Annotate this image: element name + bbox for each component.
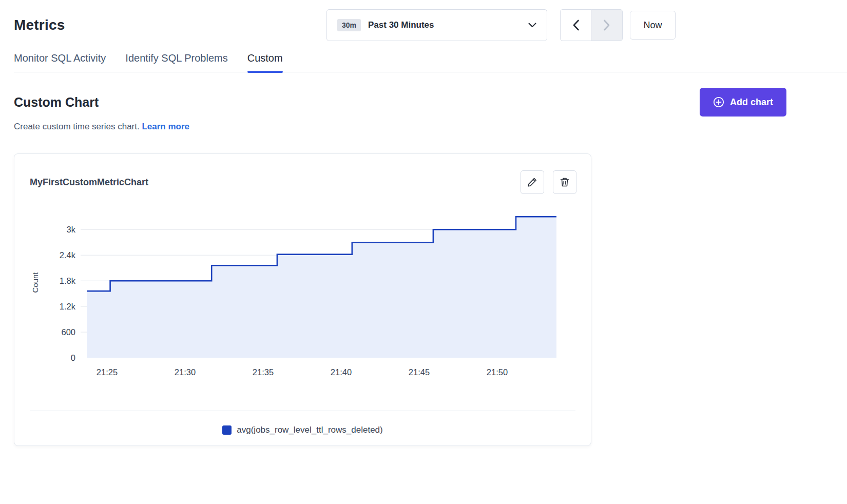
custom-chart-card: MyFirstCustomMetricChart [14,153,591,446]
tab-monitor-sql-activity[interactable]: Monitor SQL Activity [14,52,106,72]
svg-text:21:35: 21:35 [253,367,274,377]
time-nav-group [560,9,623,41]
svg-text:21:50: 21:50 [487,367,508,377]
svg-text:21:40: 21:40 [331,367,352,377]
edit-chart-button[interactable] [521,170,544,194]
chevron-right-icon [603,20,610,31]
custom-chart-svg: 06001.2k1.8k2.4k3k21:2521:3021:3521:4021… [30,202,576,387]
svg-text:2.4k: 2.4k [60,250,76,260]
svg-text:600: 600 [61,327,75,337]
page-title: Metrics [14,17,326,33]
legend-label: avg(jobs_row_level_ttl_rows_deleted) [237,425,382,435]
next-time-button[interactable] [591,9,623,41]
time-range-badge: 30m [337,19,361,31]
section-description-text: Create custom time series chart. [14,122,140,131]
learn-more-link[interactable]: Learn more [142,122,189,131]
page-header: Metrics 30m Past 30 Minutes Now [14,9,676,41]
tab-identify-sql-problems[interactable]: Identify SQL Problems [125,52,227,72]
svg-text:21:30: 21:30 [175,367,196,377]
svg-text:Count: Count [31,272,40,293]
delete-chart-button[interactable] [553,170,576,194]
chart-card-header: MyFirstCustomMetricChart [14,170,591,194]
chevron-down-icon [528,23,536,28]
prev-time-button[interactable] [560,9,591,41]
time-range-selector[interactable]: 30m Past 30 Minutes [326,9,547,41]
add-chart-button[interactable]: Add chart [700,88,786,117]
tab-custom[interactable]: Custom [247,52,283,72]
chevron-left-icon [572,20,580,31]
chart-legend: avg(jobs_row_level_ttl_rows_deleted) [14,425,591,435]
svg-text:0: 0 [71,353,75,362]
section-title: Custom Chart [14,95,700,110]
svg-text:3k: 3k [67,225,76,234]
svg-text:21:25: 21:25 [97,367,118,377]
pencil-icon [527,177,538,188]
time-range-label: Past 30 Minutes [368,20,521,30]
metrics-page: Metrics 30m Past 30 Minutes Now Monito [0,0,847,446]
section-header: Custom Chart Add chart [14,88,786,117]
svg-text:21:45: 21:45 [409,367,430,377]
chart-area: 06001.2k1.8k2.4k3k21:2521:3021:3521:4021… [14,202,591,389]
legend-swatch [222,425,232,435]
add-chart-label: Add chart [730,97,773,108]
chart-title: MyFirstCustomMetricChart [30,177,512,188]
section-description: Create custom time series chart. Learn m… [14,122,786,132]
now-button[interactable]: Now [630,11,676,40]
plus-circle-icon [713,96,724,108]
svg-text:1.2k: 1.2k [60,302,76,311]
metrics-tabs: Monitor SQL Activity Identify SQL Proble… [14,52,847,72]
custom-tab-content: Custom Chart Add chart Create custom tim… [14,88,847,446]
legend-separator [30,411,575,411]
svg-text:1.8k: 1.8k [60,276,76,285]
trash-icon [559,177,570,188]
